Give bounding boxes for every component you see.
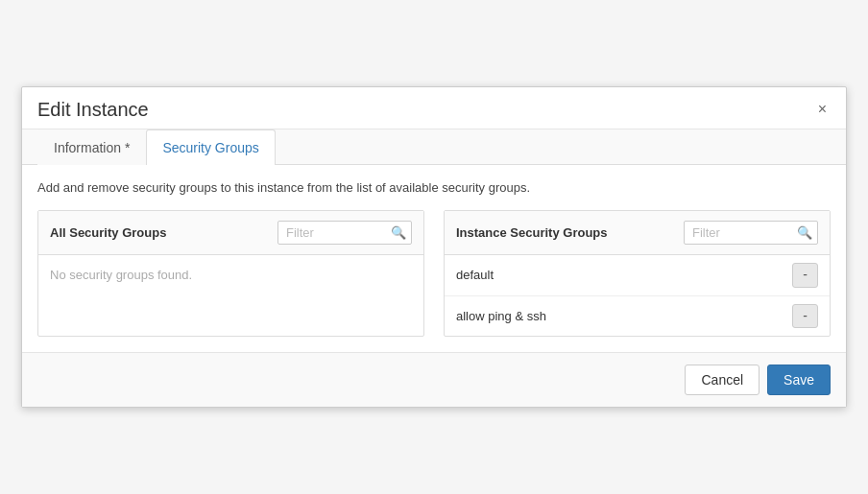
modal-footer: Cancel Save (22, 352, 846, 407)
instance-groups-panel-body: default - allow ping & ssh - (445, 255, 830, 336)
close-button[interactable]: × (814, 102, 831, 117)
remove-default-button[interactable]: - (792, 263, 818, 288)
all-groups-filter-input[interactable] (277, 221, 412, 245)
list-item: default - (445, 255, 830, 296)
instance-groups-filter-input[interactable] (684, 221, 818, 245)
panel-description: Add and remove security groups to this i… (37, 180, 831, 195)
modal-body: Add and remove security groups to this i… (22, 165, 846, 352)
tab-security-groups[interactable]: Security Groups (146, 129, 275, 165)
remove-allow-ping-ssh-button[interactable]: - (792, 304, 818, 329)
all-groups-panel-header: All Security Groups 🔍 (38, 211, 423, 255)
instance-groups-title: Instance Security Groups (456, 225, 608, 240)
all-groups-empty-message: No security groups found. (50, 264, 192, 286)
all-groups-title: All Security Groups (50, 225, 166, 240)
cancel-button[interactable]: Cancel (685, 365, 760, 395)
save-button[interactable]: Save (767, 365, 831, 395)
edit-instance-modal: Edit Instance × Information * Security G… (21, 86, 847, 408)
security-group-name: allow ping & ssh (456, 309, 546, 323)
panels-container: All Security Groups 🔍 No security groups… (37, 210, 831, 337)
all-security-groups-panel: All Security Groups 🔍 No security groups… (37, 210, 424, 337)
all-groups-filter-wrap: 🔍 (277, 221, 412, 245)
all-groups-panel-body: No security groups found. (38, 255, 423, 332)
modal-overlay: Edit Instance × Information * Security G… (0, 0, 868, 494)
instance-groups-filter-wrap: 🔍 (684, 221, 818, 245)
tab-bar: Information * Security Groups (22, 129, 846, 165)
instance-groups-panel-header: Instance Security Groups 🔍 (445, 211, 830, 255)
modal-header: Edit Instance × (22, 87, 846, 129)
list-item: allow ping & ssh - (445, 296, 830, 337)
modal-title: Edit Instance (37, 99, 149, 121)
instance-security-groups-panel: Instance Security Groups 🔍 default - all… (444, 210, 831, 337)
security-group-name: default (456, 268, 494, 282)
tab-information[interactable]: Information * (37, 129, 146, 165)
